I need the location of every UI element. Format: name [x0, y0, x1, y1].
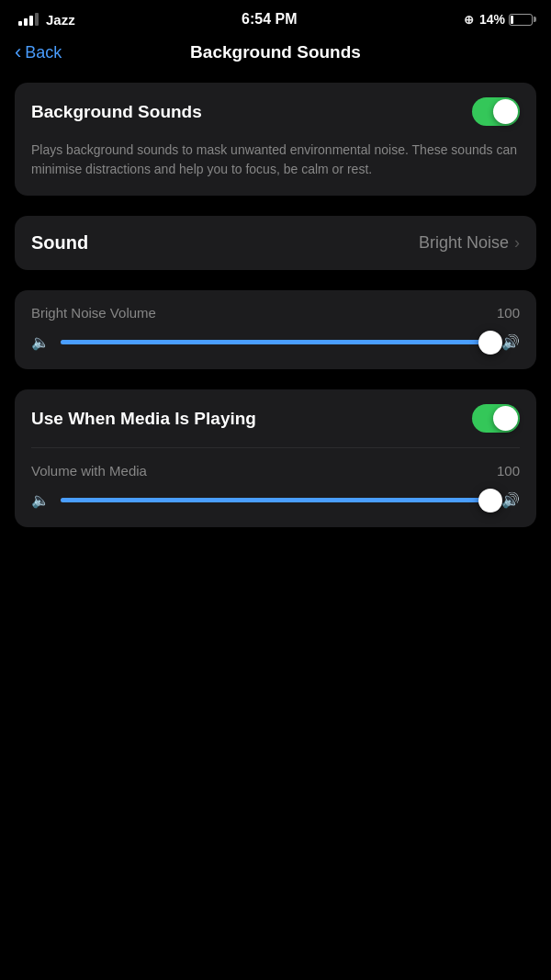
volume-card: Bright Noise Volume 100 🔈 🔊: [15, 290, 536, 369]
status-time: 6:54 PM: [242, 11, 297, 28]
volume-slider-track[interactable]: [61, 340, 490, 344]
media-playing-toggle-row: Use When Media Is Playing: [15, 389, 536, 447]
back-button[interactable]: ‹ Back: [15, 42, 62, 62]
background-sounds-description: Plays background sounds to mask unwanted…: [15, 141, 536, 196]
carrier-label: Jazz: [46, 12, 75, 28]
battery-icon: [509, 14, 533, 26]
volume-slider-fill: [61, 340, 490, 344]
background-sounds-toggle-row: Background Sounds: [15, 83, 536, 141]
background-sounds-card: Background Sounds Plays background sound…: [15, 83, 536, 196]
media-playing-label: Use When Media Is Playing: [31, 409, 256, 429]
volume-header: Bright Noise Volume 100: [31, 305, 520, 321]
bottom-space: [15, 547, 536, 584]
toggle-thumb: [493, 99, 518, 124]
sound-current-value: Bright Noise: [419, 233, 509, 253]
media-volume-label: Volume with Media: [31, 463, 147, 479]
content-area: Background Sounds Plays background sound…: [0, 73, 551, 593]
media-volume-value: 100: [497, 463, 520, 479]
volume-low-icon: 🔈: [31, 333, 50, 351]
status-left: Jazz: [18, 12, 75, 28]
media-volume-slider-fill: [61, 498, 490, 502]
status-bar: Jazz 6:54 PM ⊕ 14%: [0, 0, 551, 35]
volume-label: Bright Noise Volume: [31, 305, 156, 321]
media-volume-header: Volume with Media 100: [31, 463, 520, 479]
volume-control: 🔈 🔊: [31, 333, 520, 351]
nav-bar: ‹ Back Background Sounds: [0, 35, 551, 73]
media-playing-card: Use When Media Is Playing Volume with Me…: [15, 389, 536, 527]
volume-high-icon: 🔊: [501, 333, 520, 351]
volume-value: 100: [497, 305, 520, 321]
media-playing-toggle[interactable]: [472, 404, 520, 433]
media-volume-low-icon: 🔈: [31, 491, 50, 509]
back-chevron-icon: ‹: [15, 42, 21, 62]
battery-percent: 14%: [479, 12, 505, 27]
media-volume-high-icon: 🔊: [501, 491, 520, 509]
status-right: ⊕ 14%: [464, 12, 533, 27]
media-volume-control: 🔈 🔊: [31, 491, 520, 509]
sound-label: Sound: [31, 232, 88, 253]
sound-selector-card: Sound Bright Noise ›: [15, 216, 536, 270]
signal-bars-icon: [18, 13, 39, 26]
media-volume-slider-thumb[interactable]: [478, 489, 502, 513]
volume-slider-thumb[interactable]: [478, 331, 502, 355]
background-sounds-toggle[interactable]: [472, 97, 520, 126]
back-label: Back: [25, 43, 62, 62]
sound-row[interactable]: Sound Bright Noise ›: [15, 216, 536, 270]
background-sounds-label: Background Sounds: [31, 102, 202, 122]
media-volume-section: Volume with Media 100 🔈 🔊: [15, 448, 536, 527]
sound-value-container: Bright Noise ›: [419, 233, 520, 253]
battery-container: 14%: [479, 12, 533, 27]
media-toggle-thumb: [493, 406, 518, 431]
page-title: Background Sounds: [190, 42, 361, 62]
battery-fill: [511, 16, 513, 24]
volume-section: Bright Noise Volume 100 🔈 🔊: [15, 290, 536, 369]
media-volume-slider-track[interactable]: [61, 498, 490, 502]
chevron-right-icon: ›: [514, 233, 520, 253]
orientation-lock-icon: ⊕: [464, 13, 474, 27]
